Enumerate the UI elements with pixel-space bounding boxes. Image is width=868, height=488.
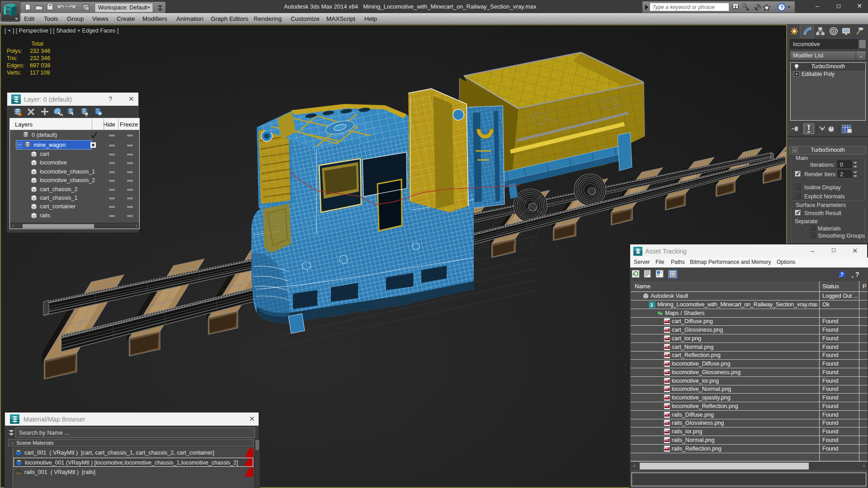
svg-text:?: ? [855,271,859,278]
svg-text:3: 3 [650,302,653,308]
svg-text:?: ? [780,5,783,10]
svg-text:Workspace: Default: Workspace: Default [98,5,147,11]
